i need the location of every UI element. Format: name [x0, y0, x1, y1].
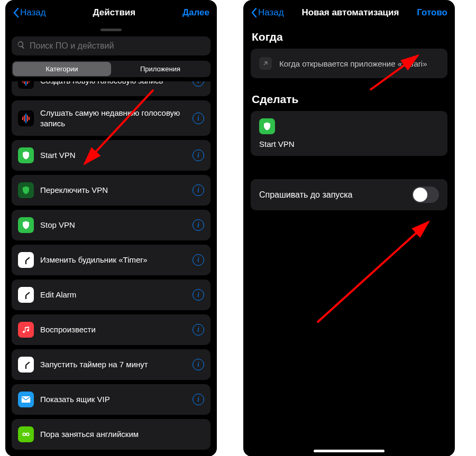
mail-icon — [18, 392, 34, 407]
action-row-start-vpn[interactable]: Start VPN i — [12, 140, 210, 171]
action-label: Stop VPN — [40, 220, 186, 230]
shield-icon — [18, 217, 34, 233]
seg-categories[interactable]: Категории — [13, 62, 111, 76]
action-row[interactable]: Создать новую голосовую запись i — [12, 81, 210, 96]
action-label: Edit Alarm — [40, 290, 186, 300]
search-wrap — [5, 36, 217, 61]
info-icon[interactable]: i — [193, 150, 204, 161]
do-card[interactable]: Start VPN — [251, 111, 447, 156]
back-label: Назад — [20, 7, 46, 18]
navbar: Назад Действия Далее — [5, 0, 217, 23]
info-icon[interactable]: i — [193, 324, 204, 336]
action-label: Показать ящик VIP — [40, 394, 186, 405]
phone-automation: Назад Новая автоматизация Готово Когда К… — [243, 0, 455, 456]
svg-point-4 — [27, 433, 29, 435]
action-row[interactable]: Запустить таймер на 7 минут i — [12, 349, 210, 380]
segmented-wrap: Категории Приложения — [5, 61, 217, 81]
ask-toggle[interactable] — [412, 187, 439, 203]
music-icon — [18, 322, 34, 338]
back-button[interactable]: Назад — [251, 7, 284, 18]
action-label: Создать новую голосовую запись — [40, 81, 186, 86]
clock-icon — [18, 357, 34, 373]
action-row[interactable]: Показать ящик VIP i — [12, 384, 210, 415]
home-indicator[interactable] — [314, 450, 385, 452]
toggle-knob — [413, 188, 427, 202]
section-do-title: Сделать — [243, 86, 455, 111]
navbar: Назад Новая автоматизация Готово — [243, 0, 455, 23]
page-title: Действия — [46, 7, 182, 18]
done-button[interactable]: Готово — [417, 7, 447, 18]
actions-list: Создать новую голосовую запись i Слушать… — [5, 81, 217, 456]
action-label: Пора заняться английским — [40, 429, 204, 440]
svg-point-3 — [23, 433, 25, 435]
info-icon[interactable]: i — [193, 289, 204, 301]
shield-icon — [259, 118, 275, 134]
next-button[interactable]: Далее — [182, 7, 209, 18]
ask-before-run-row: Спрашивать до запуска — [251, 179, 447, 210]
info-icon[interactable]: i — [193, 359, 204, 370]
info-icon[interactable]: i — [193, 254, 204, 266]
action-row[interactable]: Stop VPN i — [12, 210, 210, 240]
chevron-left-icon — [13, 7, 19, 18]
action-row[interactable]: Слушать самую недавнюю голосовую запись … — [12, 100, 210, 136]
segmented-control[interactable]: Категории Приложения — [12, 61, 210, 77]
voice-memo-icon — [18, 110, 34, 126]
info-icon[interactable]: i — [193, 184, 204, 196]
back-button[interactable]: Назад — [13, 7, 46, 18]
info-icon[interactable]: i — [193, 81, 204, 87]
search-icon — [17, 41, 25, 51]
action-label: Изменить будильник «Timer» — [40, 255, 186, 265]
shield-icon — [18, 147, 34, 163]
clock-icon — [18, 287, 34, 303]
phone-actions: Назад Действия Далее Категории Приложени… — [5, 0, 217, 456]
voice-memo-icon — [18, 81, 34, 89]
action-row[interactable]: Edit Alarm i — [12, 280, 210, 310]
when-text: Когда открывается приложение «Safari» — [279, 59, 427, 68]
chevron-left-icon — [251, 7, 257, 18]
action-label: Слушать самую недавнюю голосовую запись — [40, 108, 186, 128]
action-label: Воспроизвести — [40, 324, 186, 335]
action-row[interactable]: Переключить VPN i — [12, 175, 210, 206]
svg-line-7 — [317, 222, 428, 322]
action-label: Start VPN — [40, 150, 186, 161]
ask-label: Спрашивать до запуска — [259, 190, 352, 200]
open-app-icon — [259, 57, 272, 70]
duolingo-icon — [18, 426, 34, 442]
do-action-label: Start VPN — [259, 139, 295, 148]
back-label: Назад — [258, 7, 284, 18]
section-when-title: Когда — [243, 23, 455, 49]
search-field[interactable] — [12, 36, 210, 55]
action-row[interactable]: Изменить будильник «Timer» i — [12, 245, 210, 275]
action-label: Переключить VPN — [40, 185, 186, 196]
clock-icon — [18, 252, 34, 268]
sheet-grabber[interactable] — [100, 29, 122, 31]
info-icon[interactable]: i — [193, 113, 204, 124]
seg-apps[interactable]: Приложения — [111, 62, 209, 76]
info-icon[interactable]: i — [193, 219, 204, 231]
action-row[interactable]: Пора заняться английским — [12, 419, 210, 450]
page-title: Новая автоматизация — [284, 7, 417, 18]
info-icon[interactable]: i — [193, 394, 204, 405]
action-row[interactable]: Воспроизвести i — [12, 314, 210, 345]
shield-icon — [18, 182, 34, 198]
annotation-arrow — [312, 217, 439, 328]
action-label: Запустить таймер на 7 минут — [40, 359, 186, 370]
search-input[interactable] — [30, 41, 205, 51]
when-card[interactable]: Когда открывается приложение «Safari» — [251, 49, 447, 78]
